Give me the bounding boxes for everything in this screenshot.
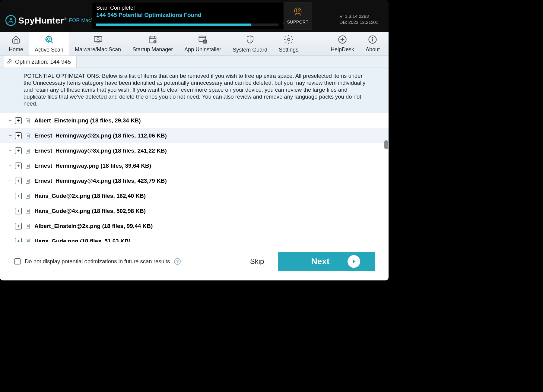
scan-status-panel: Scan Complete! 144 945 Potential Optimiz…: [92, 2, 311, 30]
image-file-icon: [25, 178, 30, 184]
db-version: DB: 2023.12.21x01: [340, 19, 378, 25]
tab-app-uninstaller[interactable]: App Uninstaller: [179, 32, 227, 55]
tree-connector: [9, 150, 11, 151]
support-icon: [293, 8, 302, 18]
hide-optimizations-checkbox[interactable]: [14, 258, 21, 264]
file-name-label: Ernest_Hemingway.png (18 files, 39,64 KB…: [34, 163, 151, 169]
tree-connector: [9, 241, 11, 241]
svg-point-1: [296, 9, 299, 12]
expand-button[interactable]: +: [15, 132, 22, 139]
arrow-right-icon: [348, 255, 360, 268]
shield-icon: [246, 35, 255, 46]
footer-bar: Do not display potential optimizations i…: [0, 242, 389, 280]
file-name-label: Hans_Gude.png (18 files, 51,63 KB): [34, 238, 131, 242]
file-row[interactable]: +Hans_Gude.png (18 files, 51,63 KB): [0, 234, 389, 242]
image-file-icon: [25, 163, 30, 169]
home-icon: [11, 35, 21, 45]
support-button[interactable]: SUPPORT: [284, 2, 312, 30]
image-file-icon: [25, 118, 30, 123]
tree-connector: [9, 196, 11, 196]
gear-icon: [284, 35, 294, 46]
help-icon[interactable]: ?: [174, 258, 181, 265]
monitor-search-icon: [93, 35, 103, 45]
tree-connector: [9, 135, 11, 136]
file-row[interactable]: +Ernest_Hemingway@3x.png (18 files, 241,…: [0, 143, 389, 158]
expand-button[interactable]: +: [15, 208, 22, 214]
scan-target-icon: [44, 35, 54, 46]
file-row[interactable]: +Albert_Einstein.png (18 files, 29,34 KB…: [0, 113, 389, 128]
image-file-icon: [25, 223, 30, 229]
spyhunter-logo-icon: [5, 15, 16, 26]
tab-active-scan[interactable]: Active Scan: [29, 32, 69, 55]
next-button-label: Next: [311, 257, 330, 266]
expand-button[interactable]: +: [15, 163, 22, 169]
scan-status-title: Scan Complete!: [96, 5, 307, 11]
subtab-label: Optimization: 144 945: [15, 58, 71, 65]
helpdesk-icon: [338, 35, 347, 45]
next-button[interactable]: Next: [278, 252, 375, 271]
file-row[interactable]: +Albert_Einstein@2x.png (18 files, 99,44…: [0, 219, 389, 234]
tree-connector: [9, 226, 11, 226]
tab-settings[interactable]: Settings: [273, 32, 304, 55]
subtab-optimization[interactable]: Optimization: 144 945: [4, 55, 77, 68]
file-row[interactable]: +Ernest_Hemingway.png (18 files, 39,64 K…: [0, 158, 389, 173]
hide-optimizations-label: Do not display potential optimizations i…: [25, 258, 170, 265]
svg-rect-4: [94, 36, 102, 41]
expand-button[interactable]: +: [15, 223, 22, 229]
file-row[interactable]: +Hans_Gude@4x.png (18 files, 502,98 KB): [0, 204, 389, 219]
image-file-icon: [25, 133, 30, 138]
file-name-label: Albert_Einstein@2x.png (18 files, 99,44 …: [34, 223, 153, 229]
main-toolbar: Home Active Scan Malware/Mac Scan Startu…: [0, 32, 389, 56]
scan-progress-bar: [96, 24, 278, 26]
svg-point-13: [372, 37, 373, 38]
file-row[interactable]: +Ernest_Hemingway@2x.png (18 files, 112,…: [0, 128, 389, 143]
calendar-play-icon: [148, 35, 158, 45]
tree-connector: [9, 120, 11, 121]
app-name: SpyHunter®: [18, 15, 67, 26]
tab-malware-scan[interactable]: Malware/Mac Scan: [69, 32, 127, 55]
info-icon: [368, 35, 377, 45]
app-header: SpyHunter® FOR Mac® Scan Complete! 144 9…: [0, 0, 389, 32]
file-name-label: Albert_Einstein.png (18 files, 29,34 KB): [34, 117, 141, 124]
file-row[interactable]: +Hans_Gude@2x.png (18 files, 162,40 KB): [0, 188, 389, 204]
file-list[interactable]: +Albert_Einstein.png (18 files, 29,34 KB…: [0, 113, 389, 242]
file-name-label: Hans_Gude@4x.png (18 files, 502,98 KB): [34, 208, 146, 214]
image-file-icon: [25, 148, 30, 153]
tree-connector: [9, 181, 11, 181]
svg-point-5: [97, 37, 99, 40]
scrollbar-thumb[interactable]: [384, 140, 388, 149]
tree-connector: [9, 211, 11, 211]
svg-point-10: [287, 38, 290, 41]
file-name-label: Hans_Gude@2x.png (18 files, 162,40 KB): [34, 193, 146, 199]
app-logo: SpyHunter® FOR Mac®: [5, 15, 93, 26]
tab-about[interactable]: About: [360, 32, 386, 55]
image-file-icon: [25, 208, 30, 214]
subtab-bar: Optimization: 144 945: [0, 56, 389, 68]
tab-home[interactable]: Home: [3, 32, 29, 55]
expand-button[interactable]: +: [15, 178, 22, 184]
scan-status-subtitle: 144 945 Potential Optimizations Found: [96, 12, 307, 18]
info-banner: POTENTIAL OPTIMIZATIONS: Below is a list…: [0, 68, 389, 113]
file-name-label: Ernest_Hemingway@3x.png (18 files, 241,2…: [34, 147, 167, 154]
expand-button[interactable]: +: [15, 238, 22, 242]
app-version: V: 1.3.14.2293: [340, 13, 378, 19]
expand-button[interactable]: +: [15, 193, 22, 199]
support-label: SUPPORT: [287, 20, 309, 24]
wrench-icon: [7, 58, 13, 65]
svg-point-0: [10, 18, 12, 20]
expand-button[interactable]: +: [15, 147, 22, 154]
app-platform: FOR Mac®: [69, 17, 93, 24]
svg-point-2: [46, 36, 52, 42]
image-file-icon: [25, 239, 30, 242]
expand-button[interactable]: +: [15, 117, 22, 124]
tree-connector: [9, 166, 11, 166]
tab-helpdesk[interactable]: HelpDesk: [325, 32, 360, 55]
file-name-label: Ernest_Hemingway@4x.png (18 files, 423,7…: [34, 178, 167, 184]
tab-system-guard[interactable]: System Guard: [227, 32, 273, 55]
skip-button[interactable]: Skip: [241, 252, 273, 271]
file-row[interactable]: +Ernest_Hemingway@4x.png (18 files, 423,…: [0, 173, 389, 188]
version-info: V: 1.3.14.2293 DB: 2023.12.21x01: [340, 13, 378, 25]
window-trash-icon: [198, 35, 208, 45]
image-file-icon: [25, 193, 30, 199]
tab-startup-manager[interactable]: Startup Manager: [127, 32, 179, 55]
